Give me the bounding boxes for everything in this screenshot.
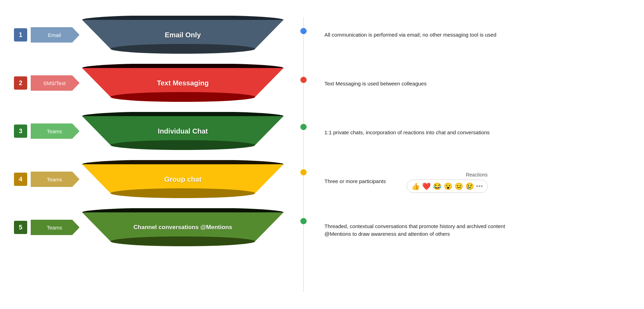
svg-point-5 [111,140,255,150]
funnel-row-5: 5 Teams Channel conversations @Mentions [14,206,286,248]
timeline-dot-5 [300,218,307,224]
funnel-row-4: 4 Teams Group chat [14,158,286,200]
desc-item-3: 1:1 private chats, incorporation of reac… [324,108,630,157]
label-text-4: Teams [47,176,62,182]
label-arrow-2: SMS/Text [31,75,80,91]
desc-text-3: 1:1 private chats, incorporation of reac… [324,129,490,137]
svg-point-3 [111,92,255,102]
label-text-3: Teams [47,128,62,134]
timeline-line [304,17,304,292]
svg-point-9 [111,236,255,246]
reaction-thumbsup: 👍 [411,182,420,190]
reaction-sad: 😢 [465,182,474,190]
funnel-label-3: Individual Chat [158,127,208,135]
label-text-1: Email [48,32,61,38]
funnel-shape-3: Individual Chat [80,112,286,150]
funnel-label-1: Email Only [165,31,201,39]
funnel-shape-5: Channel conversations @Mentions [80,208,286,247]
funnel-shape-4: Group chat [80,160,286,198]
label-arrow-4: Teams [31,172,80,187]
funnel-row-1: 1 Email Email Only [14,14,286,56]
funnel-row-2: 2 SMS/Text Text Messaging [14,62,286,104]
desc-item-1: All communication is performed via email… [324,10,630,59]
funnel-label-4: Group chat [164,175,202,183]
left-panel: 1 Email Email Only 2 SMS/Text [14,10,286,299]
label-arrow-3: Teams [31,123,80,139]
funnel-label-2: Text Messaging [157,79,209,87]
reaction-heart: ❤️ [422,182,431,190]
desc-text-1: All communication is performed via email… [324,31,496,39]
timeline-column [293,10,314,299]
svg-point-7 [111,188,255,198]
reactions-container: Reactions 👍 ❤️ 😂 😮 😐 😢 ••• [407,172,488,193]
timeline-dot-3 [300,124,307,130]
desc-text-5: Threaded, contextual conversations that … [324,223,505,238]
desc-text-2: Text Messaging is used between colleague… [324,80,427,88]
badge-2: 2 [14,76,27,90]
badge-1: 1 [14,28,27,42]
desc-text-4: Three or more participants [324,178,386,186]
right-panel: All communication is performed via email… [286,10,630,299]
badge-5: 5 [14,221,27,234]
desc-item-4: Three or more participants Reactions 👍 ❤… [324,157,630,206]
reaction-laugh: 😂 [433,182,442,190]
desc-item-5: Threaded, contextual conversations that … [324,206,630,255]
descriptions-column: All communication is performed via email… [314,10,630,299]
svg-point-1 [111,44,255,54]
badge-4: 4 [14,173,27,186]
label-text-2: SMS/Text [43,80,66,86]
label-arrow-1: Email [31,27,80,43]
reactions-box: 👍 ❤️ 😂 😮 😐 😢 ••• [407,180,488,193]
funnel-label-5: Channel conversations @Mentions [134,224,232,231]
funnel-shape-1: Email Only [80,16,286,54]
label-arrow-5: Teams [31,220,80,235]
timeline-dot-4 [300,169,307,175]
main-container: 1 Email Email Only 2 SMS/Text [0,0,644,309]
reactions-label: Reactions [466,172,487,178]
funnel-shape-2: Text Messaging [80,64,286,102]
badge-3: 3 [14,125,27,138]
reaction-surprised: 😮 [444,182,452,190]
timeline-dot-1 [300,28,307,34]
reactions-more: ••• [476,183,483,189]
reaction-neutral: 😐 [455,182,463,190]
timeline-dot-2 [300,77,307,83]
label-text-5: Teams [47,225,62,231]
funnel-row-3: 3 Teams Individual Chat [14,110,286,152]
desc-item-2: Text Messaging is used between colleague… [324,59,630,108]
